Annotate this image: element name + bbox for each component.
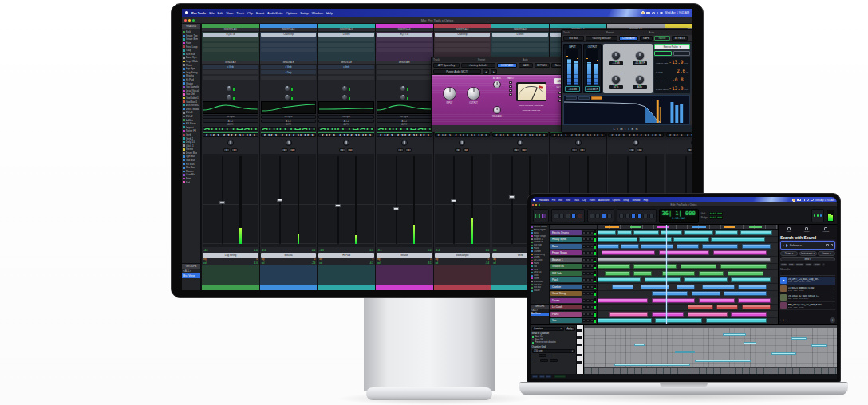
tag-chip[interactable]: vocals [813, 263, 821, 267]
tuplet-field[interactable] [539, 354, 546, 357]
eq-curve-display[interactable] [261, 101, 317, 114]
insert-slot-empty[interactable] [318, 48, 374, 52]
menu-item-audiosuite[interactable]: AudioSuite [598, 199, 610, 202]
audio-clip[interactable] [598, 244, 619, 249]
track-name[interactable]: Piano [550, 312, 582, 317]
timeline-marker[interactable] [630, 226, 641, 228]
track-lane[interactable] [598, 264, 778, 271]
audio-clip[interactable] [715, 230, 738, 235]
audio-clip[interactable] [633, 230, 659, 235]
rewind-button[interactable] [554, 214, 558, 218]
stop-button[interactable] [566, 214, 570, 218]
midi-note[interactable] [695, 360, 751, 362]
audio-clip[interactable] [692, 291, 720, 296]
record-enable-button[interactable] [582, 231, 586, 234]
filter-instruments[interactable]: Instruments ▾ [799, 251, 817, 256]
apple-menu-icon[interactable] [185, 11, 188, 14]
audio-clip[interactable] [652, 312, 685, 317]
menu-item-edit[interactable]: Edit [558, 199, 562, 202]
audio-clip[interactable] [655, 318, 702, 323]
audio-clip[interactable] [681, 264, 716, 269]
input-selector[interactable]: no input [377, 115, 432, 119]
insert-slot-empty[interactable] [377, 37, 432, 41]
output-selector[interactable]: A 1-2 [261, 120, 317, 124]
output-selector[interactable]: A 1-2 [377, 120, 432, 124]
pan-knob[interactable] [286, 140, 292, 146]
send-level-knob[interactable] [342, 86, 347, 91]
audio-clip[interactable] [713, 250, 767, 255]
track-header[interactable]: Vocal String [550, 291, 597, 298]
audio-clip[interactable] [641, 244, 673, 249]
mute-button[interactable]: M [231, 148, 238, 152]
mute-button[interactable] [590, 313, 594, 316]
send-level-knob[interactable] [285, 86, 290, 91]
track-name[interactable]: Heavy Synth [550, 237, 582, 242]
more-options-icon[interactable]: ⋮ [833, 304, 836, 307]
control-center-icon[interactable] [811, 199, 814, 201]
send-slot[interactable]: s Verb [261, 65, 317, 69]
mute-button[interactable]: M [405, 148, 412, 152]
record-enable-button[interactable] [582, 251, 586, 254]
insert-slot-empty[interactable] [492, 43, 548, 47]
track-lane[interactable] [598, 243, 778, 250]
group-selector[interactable]: no group [492, 133, 548, 137]
audio-clip[interactable] [706, 318, 767, 323]
audio-clip[interactable] [699, 271, 724, 276]
operation-selector[interactable]: Quantize▾ [532, 327, 564, 331]
audio-clip[interactable] [662, 271, 695, 276]
ratio-button-12[interactable] [509, 89, 512, 92]
send-level-knob[interactable] [342, 95, 347, 100]
user-avatar-icon[interactable] [792, 199, 795, 202]
mute-button[interactable] [590, 251, 594, 254]
menu-item-window[interactable]: Window [632, 199, 640, 202]
tag-chip[interactable]: synth [780, 263, 787, 267]
trim-tool-button[interactable] [625, 214, 630, 218]
output-selector[interactable]: A 1-2 [318, 120, 374, 124]
record-enable-button[interactable] [582, 278, 586, 281]
track-list-item[interactable]: AGOvrlWk2 [183, 104, 199, 108]
midi-note[interactable] [634, 344, 645, 346]
audio-clip[interactable] [602, 250, 656, 255]
bypass-button[interactable]: BYPASS [672, 36, 688, 41]
spotlight-icon[interactable] [807, 199, 809, 201]
track-list-item[interactable]: Snare Top [183, 34, 199, 38]
menu-item-setup[interactable]: Setup [300, 11, 308, 15]
track-lane[interactable] [598, 237, 778, 244]
insert-slot[interactable]: ChanStrip [261, 33, 317, 37]
black-key[interactable] [577, 361, 582, 364]
menu-item-file[interactable]: File [552, 199, 556, 202]
track-header[interactable]: Finger Snaps [550, 250, 597, 258]
pan-knob[interactable] [517, 140, 523, 146]
pan-knob[interactable] [633, 140, 639, 146]
search-result-row[interactable]: OS_DH77_125_Bass_Loop_Ver...synth · bass… [780, 277, 835, 285]
solo-button[interactable]: S [282, 148, 288, 152]
audio-clip[interactable] [598, 264, 630, 269]
eq-curve-display[interactable] [203, 101, 258, 114]
next-preset-button[interactable]: ▸ [491, 69, 497, 74]
pan-knob[interactable] [227, 140, 234, 146]
send-level-knob[interactable] [400, 86, 405, 91]
insert-slot-empty[interactable] [377, 48, 432, 52]
record-enable-button[interactable] [582, 285, 586, 289]
attack-knob[interactable] [493, 81, 501, 88]
insert-slot-empty[interactable] [435, 37, 491, 41]
group-item[interactable]: Bvs Verse [531, 313, 549, 317]
record-enable-button[interactable] [582, 299, 586, 302]
solo-button[interactable] [586, 319, 590, 322]
solo-button[interactable] [586, 313, 590, 316]
send-slot-empty[interactable] [203, 76, 258, 80]
send-level-knob[interactable] [227, 95, 231, 100]
reference-player[interactable]: ♪ Reference [780, 241, 835, 250]
auto-mode-button[interactable]: auto read [318, 127, 374, 131]
auto-mode-button[interactable]: auto read [261, 127, 317, 131]
track-list-item[interactable]: Snare Btm [183, 37, 199, 41]
track-list-item[interactable]: VocSample [183, 85, 199, 89]
apple-menu-icon[interactable] [533, 199, 535, 201]
mute-button[interactable]: M [290, 148, 296, 152]
track-header[interactable]: Bounce 1 [550, 257, 597, 264]
audio-clip[interactable] [598, 237, 637, 242]
track-header[interactable]: Piano [550, 311, 597, 318]
group-selector[interactable]: no group [318, 133, 374, 137]
track-name[interactable]: Pluck [550, 277, 582, 282]
control-center-icon[interactable] [660, 12, 663, 14]
